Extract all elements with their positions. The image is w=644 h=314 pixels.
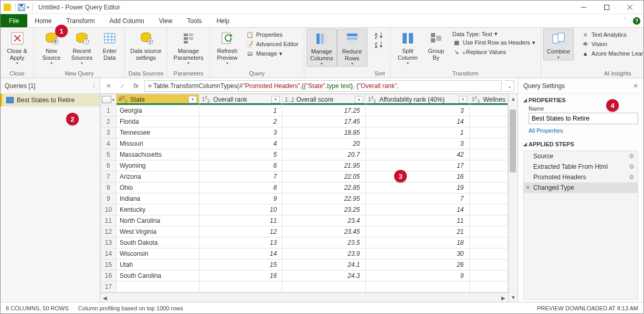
applied-step[interactable]: Promoted Headers⚙ <box>524 172 638 182</box>
recent-sources-button[interactable]: RecentSources▾ <box>67 29 97 66</box>
cell-score[interactable]: 22.95 <box>282 193 365 204</box>
menu-view[interactable]: View <box>152 14 180 27</box>
data-type-button[interactable]: Data Type: Text▾ <box>450 30 537 38</box>
cell-aff[interactable]: 19 <box>365 182 469 193</box>
cell-rank[interactable]: 2 <box>199 116 282 127</box>
table-row[interactable]: 10 Kentucky 10 23.25 14 <box>101 204 508 215</box>
manage-parameters-button[interactable]: ManageParameters▾ <box>170 29 207 66</box>
cell-aff[interactable]: 11 <box>365 215 469 226</box>
gear-icon[interactable]: ⚙ <box>629 174 635 181</box>
cell-score[interactable]: 23.5 <box>282 237 365 248</box>
column-header[interactable]: ABCState▾ <box>116 94 199 105</box>
cell-wellness[interactable] <box>469 193 508 204</box>
horizontal-scrollbar[interactable]: ◀ ▶ <box>100 293 508 302</box>
cell-wellness[interactable] <box>469 226 508 237</box>
cell-state[interactable]: Utah <box>116 259 199 270</box>
cell-wellness[interactable] <box>469 237 508 248</box>
applied-steps-section[interactable]: ◢APPLIED STEPS <box>518 138 643 148</box>
minimize-button[interactable] <box>572 1 595 14</box>
scroll-thumb[interactable] <box>510 110 516 172</box>
column-filter-icon[interactable]: ▾ <box>355 96 363 103</box>
cell-score[interactable]: 23.9 <box>282 248 365 259</box>
cell-state[interactable]: West Virginia <box>116 226 199 237</box>
table-row[interactable]: 9 Indiana 9 22.95 7 <box>101 193 508 204</box>
vertical-scrollbar[interactable]: ▲ ▼ <box>508 94 518 302</box>
cell-aff[interactable]: 3 <box>365 105 469 116</box>
collapse-queries-icon[interactable]: 〈 <box>89 81 96 90</box>
cell-rank[interactable]: 9 <box>199 193 282 204</box>
cell-wellness[interactable] <box>469 215 508 226</box>
menu-file[interactable]: File <box>1 14 27 27</box>
formula-accept-icon[interactable]: ✓ <box>117 81 128 91</box>
cell-aff[interactable]: 17 <box>365 160 469 171</box>
cell-wellness[interactable] <box>469 259 508 270</box>
cell-score[interactable]: 23.25 <box>282 204 365 215</box>
cell-state[interactable]: Indiana <box>116 193 199 204</box>
cell-aff[interactable]: 18 <box>365 237 469 248</box>
cell-wellness[interactable] <box>469 182 508 193</box>
cell-rank[interactable]: 6 <box>199 160 282 171</box>
cell-wellness[interactable] <box>469 270 508 281</box>
table-row[interactable]: 15 Utah 15 24.1 26 <box>101 259 508 270</box>
cell-wellness[interactable] <box>469 248 508 259</box>
table-row[interactable]: 7 Arizona 7 22.05 16 <box>101 171 508 182</box>
cell-state[interactable]: Massachusetts <box>116 149 199 160</box>
scroll-down-icon[interactable]: ▼ <box>509 293 518 302</box>
cell-state[interactable] <box>116 281 199 293</box>
cell-state[interactable]: Wyoming <box>116 160 199 171</box>
query-name-input[interactable] <box>529 113 638 124</box>
column-filter-icon[interactable]: ▾ <box>271 96 280 103</box>
reduce-rows-button[interactable]: ReduceRows▾ <box>337 29 367 67</box>
formula-expand-icon[interactable]: ⌄ <box>505 80 514 92</box>
gear-icon[interactable]: ⚙ <box>629 153 635 160</box>
cell-score[interactable]: 21.95 <box>282 160 365 171</box>
data-grid[interactable]: ▾ABCState▾123Overall rank▾1.2Overall sco… <box>100 94 508 302</box>
scroll-right-icon[interactable]: ▶ <box>499 293 508 302</box>
table-row[interactable]: 17 <box>101 281 508 293</box>
save-icon[interactable] <box>18 4 25 11</box>
group-by-button[interactable]: GroupBy <box>423 29 449 61</box>
formula-cancel-icon[interactable]: ✕ <box>103 81 114 91</box>
column-header[interactable]: 1.2Overall score▾ <box>282 94 365 105</box>
cell-rank[interactable]: 14 <box>199 248 282 259</box>
cell-aff[interactable]: 3 <box>365 138 469 149</box>
cell-state[interactable]: Tennessee <box>116 127 199 138</box>
cell-wellness[interactable] <box>469 204 508 215</box>
cell-score[interactable]: 22.85 <box>282 182 365 193</box>
cell-state[interactable]: South Carolina <box>116 270 199 281</box>
cell-state[interactable]: Ohio <box>116 182 199 193</box>
cell-wellness[interactable] <box>469 116 508 127</box>
scroll-up-icon[interactable]: ▲ <box>509 94 518 103</box>
first-row-headers-button[interactable]: ▦Use First Row as Headers▾ <box>450 38 537 47</box>
cell-wellness[interactable] <box>469 160 508 171</box>
cell-wellness[interactable] <box>469 138 508 149</box>
cell-state[interactable]: Missouri <box>116 138 199 149</box>
cell-aff[interactable]: 14 <box>365 204 469 215</box>
all-properties-link[interactable]: All Properties <box>518 126 643 138</box>
cell-state[interactable]: Florida <box>116 116 199 127</box>
cell-aff[interactable]: 21 <box>365 226 469 237</box>
cell-rank[interactable]: 7 <box>199 171 282 182</box>
vision-button[interactable]: 👁Vision <box>579 39 644 49</box>
menu-add-column[interactable]: Add Column <box>102 14 152 27</box>
table-row[interactable]: 6 Wyoming 6 21.95 17 <box>101 160 508 171</box>
maximize-button[interactable] <box>595 1 618 14</box>
cell-aff[interactable]: 26 <box>365 259 469 270</box>
table-row[interactable]: 16 South Carolina 16 24.3 9 <box>101 270 508 281</box>
cell-rank[interactable] <box>199 281 282 293</box>
cell-wellness[interactable] <box>469 171 508 182</box>
cell-aff[interactable]: 7 <box>365 193 469 204</box>
table-row[interactable]: 2 Florida 2 17.45 14 <box>101 116 508 127</box>
cell-state[interactable]: Kentucky <box>116 204 199 215</box>
cell-rank[interactable]: 10 <box>199 204 282 215</box>
cell-aff[interactable] <box>365 281 469 293</box>
applied-step[interactable]: Source⚙ <box>524 151 638 161</box>
cell-score[interactable]: 24.3 <box>282 270 365 281</box>
cell-state[interactable]: North Carolina <box>116 215 199 226</box>
menu-tools[interactable]: Tools <box>180 14 209 27</box>
cell-rank[interactable]: 13 <box>199 237 282 248</box>
scroll-left-icon[interactable]: ◀ <box>100 293 110 302</box>
close-apply-button[interactable]: Close &Apply▾ <box>3 29 31 66</box>
split-column-button[interactable]: SplitColumn▾ <box>393 29 423 66</box>
formula-input[interactable]: = Table.TransformColumnTypes(#"Promoted … <box>144 80 502 92</box>
